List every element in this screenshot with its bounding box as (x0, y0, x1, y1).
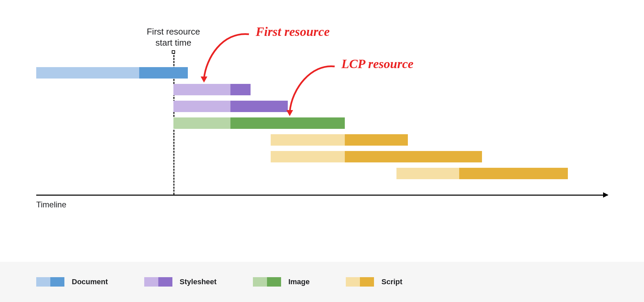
diagram-canvas: First resourcestart timeFirst resourceLC… (0, 0, 644, 302)
legend-label: Document (72, 278, 108, 286)
chart-area: First resourcestart timeFirst resourceLC… (36, 0, 608, 242)
axis-label: Timeline (36, 200, 66, 209)
legend: DocumentStylesheetImageScript (0, 262, 644, 302)
legend-label: Stylesheet (180, 278, 217, 286)
legend-item-document: Document (36, 277, 108, 287)
legend-swatch (144, 277, 172, 287)
legend-swatch (346, 277, 374, 287)
axis-arrowhead (603, 192, 608, 198)
legend-item-stylesheet: Stylesheet (144, 277, 217, 287)
annotation-arrow (36, 0, 608, 242)
legend-label: Image (288, 278, 310, 286)
legend-label: Script (381, 278, 402, 286)
legend-item-image: Image (253, 277, 310, 287)
legend-swatch (253, 277, 281, 287)
legend-item-script: Script (346, 277, 402, 287)
timeline-axis (36, 195, 608, 196)
legend-swatch (36, 277, 64, 287)
